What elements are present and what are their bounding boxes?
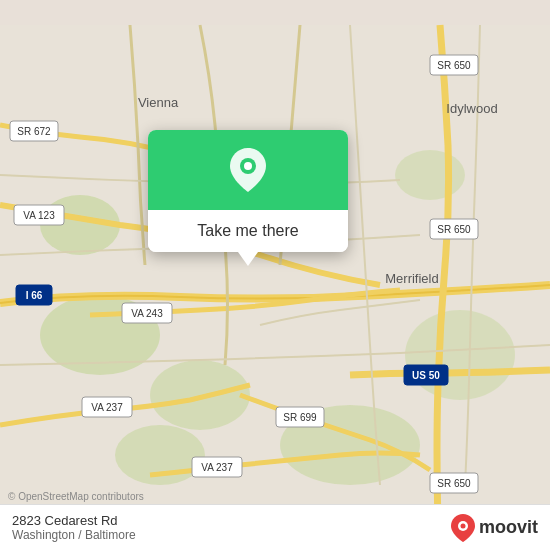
location-popup: Take me there (148, 130, 348, 252)
svg-text:SR 650: SR 650 (437, 60, 471, 71)
svg-point-35 (244, 162, 252, 170)
map-attribution: © OpenStreetMap contributors (8, 491, 144, 502)
address-line: 2823 Cedarest Rd (12, 513, 136, 528)
moovit-logo: moovit (451, 514, 538, 542)
take-me-there-button[interactable]: Take me there (148, 210, 348, 252)
svg-text:VA 237: VA 237 (91, 402, 123, 413)
svg-text:US 50: US 50 (412, 370, 440, 381)
svg-point-7 (395, 150, 465, 200)
svg-text:VA 123: VA 123 (23, 210, 55, 221)
svg-text:VA 237: VA 237 (201, 462, 233, 473)
moovit-pin-icon (451, 514, 475, 542)
svg-text:SR 650: SR 650 (437, 478, 471, 489)
svg-text:Merrifield: Merrifield (385, 271, 438, 286)
map-container: SR 650 SR 672 VA 123 I 66 VA 243 SR 650 … (0, 0, 550, 550)
svg-text:I 66: I 66 (26, 290, 43, 301)
svg-text:SR 699: SR 699 (283, 412, 317, 423)
bottom-bar: 2823 Cedarest Rd Washington / Baltimore … (0, 504, 550, 550)
svg-point-37 (460, 523, 465, 528)
svg-point-2 (150, 360, 250, 430)
city-line: Washington / Baltimore (12, 528, 136, 542)
svg-point-5 (405, 310, 515, 400)
location-pin-icon (230, 148, 266, 192)
moovit-brand-text: moovit (479, 517, 538, 538)
svg-text:Vienna: Vienna (138, 95, 179, 110)
svg-text:SR 672: SR 672 (17, 126, 51, 137)
svg-text:VA 243: VA 243 (131, 308, 163, 319)
popup-pin-area (148, 130, 348, 210)
address-block: 2823 Cedarest Rd Washington / Baltimore (12, 513, 136, 542)
map-svg: SR 650 SR 672 VA 123 I 66 VA 243 SR 650 … (0, 0, 550, 550)
svg-text:SR 650: SR 650 (437, 224, 471, 235)
svg-text:Idylwood: Idylwood (446, 101, 497, 116)
